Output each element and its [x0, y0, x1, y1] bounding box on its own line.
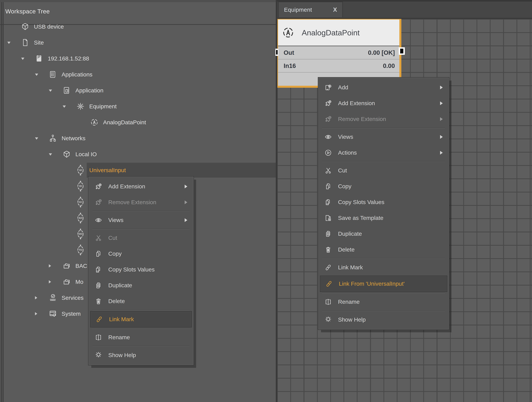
panel-splitter[interactable]: [276, 0, 277, 402]
menu-item-add-extension[interactable]: Add Extension: [89, 179, 193, 194]
slot-row-out[interactable]: Out 0.00 [OK]: [278, 46, 399, 59]
menu-item-link-mark[interactable]: Link Mark: [90, 311, 192, 328]
menu-separator: [322, 128, 445, 128]
copy-icon: [92, 248, 105, 260]
menu-item-copy[interactable]: Copy: [319, 178, 449, 194]
menu-item-remove-extension[interactable]: Remove Extension: [319, 111, 449, 127]
collapse-arrow-icon[interactable]: [35, 74, 38, 76]
tree-item-application[interactable]: Application: [0, 82, 276, 98]
menu-item-delete[interactable]: Delete: [89, 293, 193, 309]
out-slot-left-pin[interactable]: [275, 49, 278, 56]
menu-item-copy[interactable]: Copy: [89, 246, 193, 262]
menu-item-views[interactable]: Views: [89, 212, 193, 228]
copy-icon: [322, 181, 334, 192]
tab-equipment[interactable]: Equipment X: [278, 2, 343, 17]
menu-item-rename[interactable]: Rename: [319, 294, 449, 310]
menu-item-show-help[interactable]: Show Help: [319, 312, 449, 328]
menu-item-remove-extension[interactable]: Remove Extension: [89, 194, 193, 210]
expand-arrow-icon[interactable]: [49, 264, 51, 267]
menu-item-duplicate[interactable]: Duplicate: [319, 226, 449, 242]
menu-item-views[interactable]: Views: [319, 129, 449, 145]
tree-item-networks[interactable]: Networks: [0, 130, 276, 146]
tree-item-site[interactable]: Site: [0, 35, 276, 50]
collapse-arrow-icon[interactable]: [63, 105, 66, 108]
system-icon: [47, 307, 58, 321]
tag-icon: DIC: [75, 195, 86, 209]
menu-item-copy-slots-values[interactable]: 123Copy Slots Values: [319, 194, 449, 210]
menu-item-save-as-template[interactable]: Save as Template: [319, 210, 449, 226]
menu-item-label: Link From 'UniversalInput': [339, 280, 405, 287]
menu-item-delete[interactable]: Delete: [319, 242, 449, 258]
tree-item-label: Site: [34, 39, 44, 46]
menu-item-rename[interactable]: Rename: [89, 329, 193, 345]
menu-item-add[interactable]: Add: [319, 80, 449, 95]
submenu-arrow-icon: [440, 101, 443, 105]
tag-icon: DO: [75, 227, 86, 241]
tree-item-applications[interactable]: Applications: [0, 67, 276, 82]
tag-icon: TO: [75, 243, 86, 257]
menu-item-label: Link Mark: [338, 264, 363, 271]
menu-item-actions[interactable]: Actions: [319, 145, 449, 161]
tree-item-equipment[interactable]: Equipment: [0, 98, 276, 114]
analog-point-icon: [89, 115, 100, 129]
tree-item-label: 192.168.1.52:88: [48, 55, 89, 62]
duplicate-icon: [322, 228, 334, 240]
menu-item-label: Actions: [338, 149, 357, 156]
collapse-arrow-icon[interactable]: [7, 42, 11, 44]
collapse-arrow-icon[interactable]: [49, 153, 52, 156]
eye-icon: [322, 131, 334, 143]
slot-row-in16[interactable]: In16 0.00: [278, 59, 399, 72]
eye-icon: [92, 214, 105, 226]
menu-item-cut[interactable]: Cut: [319, 163, 449, 178]
block-title: AnalogDataPoint: [302, 28, 360, 37]
expand-arrow-icon[interactable]: [35, 312, 37, 315]
submenu-arrow-icon: [185, 200, 187, 204]
box3d-icon: [61, 147, 72, 161]
menu-separator: [322, 258, 445, 259]
menu-item-link-from-universalinput[interactable]: Link From 'UniversalInput': [320, 276, 447, 292]
tree-item-universalinput[interactable]: UIUniversalInput: [0, 162, 276, 178]
tree-item-local-io[interactable]: Local IO: [0, 146, 276, 162]
expand-arrow-icon[interactable]: [49, 280, 51, 284]
page-icon: [19, 36, 31, 49]
puzzle-minus-icon: [92, 197, 105, 208]
svg-text:123: 123: [97, 270, 99, 272]
duplicate-icon: [92, 280, 105, 291]
menu-item-show-help[interactable]: Show Help: [89, 347, 193, 363]
menu-item-label: Show Help: [338, 316, 366, 323]
scissors-icon: [322, 165, 334, 176]
svg-text:123: 123: [326, 203, 329, 204]
collapse-arrow-icon[interactable]: [49, 90, 52, 92]
collapse-arrow-icon[interactable]: [35, 137, 38, 140]
slot-name: In16: [278, 62, 296, 69]
tag-icon: AO: [75, 211, 86, 225]
play-icon: [322, 147, 334, 158]
svg-text:UI: UI: [79, 169, 82, 172]
collapse-arrow-icon[interactable]: [21, 58, 24, 60]
menu-item-label: Duplicate: [108, 282, 132, 289]
submenu-arrow-icon: [185, 185, 187, 188]
chain-icon: [93, 314, 105, 325]
network-icon: [47, 131, 58, 145]
tree-item-analogdatapoint[interactable]: AnalogDataPoint: [0, 114, 276, 130]
analog-data-point-block[interactable]: AnalogDataPoint Out 0.00 [OK] In16 0.00: [277, 19, 401, 88]
add-icon: [322, 82, 334, 93]
expand-arrow-icon[interactable]: [35, 296, 37, 299]
menu-item-label: Views: [108, 217, 123, 223]
tab-close-icon[interactable]: X: [333, 6, 337, 13]
tree-item-usb-device[interactable]: USB device: [0, 19, 276, 35]
out-slot-right-pin[interactable]: [399, 47, 405, 55]
svg-text:TO: TO: [79, 249, 82, 251]
bulb-icon: [322, 314, 334, 325]
menu-item-label: Delete: [338, 246, 355, 253]
menu-item-add-extension[interactable]: Add Extension: [319, 95, 449, 111]
tree-item-192-168-1-52-88[interactable]: 192.168.1.52:88: [0, 50, 276, 67]
menu-item-link-mark[interactable]: Link Mark: [319, 260, 449, 275]
menu-item-copy-slots-values[interactable]: 123Copy Slots Values: [89, 262, 193, 278]
folders-icon: [61, 275, 72, 289]
block-header[interactable]: AnalogDataPoint: [278, 19, 399, 46]
menu-item-label: Rename: [338, 299, 360, 305]
menu-item-cut[interactable]: Cut: [89, 230, 193, 246]
menu-item-duplicate[interactable]: Duplicate: [89, 278, 193, 293]
menu-separator: [92, 328, 190, 329]
